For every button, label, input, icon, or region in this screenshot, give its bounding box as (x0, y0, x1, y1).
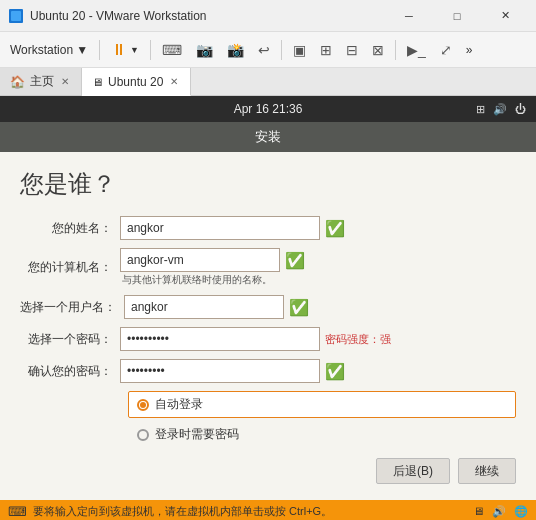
toolbar: Workstation ▼ ⏸ ▼ ⌨ 📷 📸 ↩ ▣ ⊞ ⊟ ⊠ ▶_ ⤢ » (0, 32, 536, 68)
tab-ubuntu-close[interactable]: ✕ (168, 75, 180, 88)
toolbar-separator-2 (150, 40, 151, 60)
name-valid-icon: ✅ (325, 219, 345, 238)
computer-valid-icon: ✅ (285, 251, 305, 270)
label-confirm: 确认您的密码： (20, 363, 120, 380)
computer-input[interactable] (120, 248, 280, 272)
pause-button[interactable]: ⏸ ▼ (105, 36, 145, 64)
volume-icon: 🔊 (493, 103, 507, 116)
ubuntu-tab-icon: 🖥 (92, 76, 103, 88)
confirm-input[interactable] (120, 359, 320, 383)
installer-title: 安装 (255, 128, 281, 146)
status-right: 🖥 🔊 🌐 (473, 505, 528, 518)
toolbar-separator-3 (281, 40, 282, 60)
view2-button[interactable]: ⊞ (314, 36, 338, 64)
username-input[interactable] (124, 295, 284, 319)
installer-header: 安装 (0, 122, 536, 152)
dropdown-small-arrow: ▼ (130, 45, 139, 55)
view4-button[interactable]: ⊠ (366, 36, 390, 64)
home-icon: 🏠 (10, 75, 25, 89)
label-username: 选择一个用户名： (20, 299, 124, 316)
view3-icon: ⊟ (346, 42, 358, 58)
tab-ubuntu-label: Ubuntu 20 (108, 75, 163, 89)
field-password-group: 密码强度：强 (120, 327, 516, 351)
field-username-group: ✅ (124, 295, 516, 319)
form-row-computer: 您的计算机名： ✅ 与其他计算机联络时使用的名称。 (20, 248, 516, 287)
sys-tray-icon-3: 🌐 (514, 505, 528, 518)
view4-icon: ⊠ (372, 42, 384, 58)
buttons-row: 后退(B) 继续 (20, 458, 516, 488)
form-row-confirm: 确认您的密码： ✅ (20, 359, 516, 383)
back-button[interactable]: 后退(B) (376, 458, 450, 484)
radio-autologin-label: 自动登录 (155, 396, 203, 413)
tab-home[interactable]: 🏠 主页 ✕ (0, 68, 82, 95)
svg-rect-1 (11, 11, 21, 21)
field-confirm-group: ✅ (120, 359, 516, 383)
toolbar-separator-1 (99, 40, 100, 60)
title-bar: Ubuntu 20 - VMware Workstation ─ □ ✕ (0, 0, 536, 32)
radio-require-password-label: 登录时需要密码 (155, 426, 239, 443)
confirm-valid-icon: ✅ (325, 362, 345, 381)
pause-icon: ⏸ (111, 41, 127, 59)
snapshot2-button[interactable]: 📸 (221, 36, 250, 64)
ubuntu-topbar: Apr 16 21:36 ⊞ 🔊 ⏻ (0, 96, 536, 122)
console-button[interactable]: ▶_ (401, 36, 432, 64)
network-icon: ⊞ (476, 103, 485, 116)
name-input[interactable] (120, 216, 320, 240)
toolbar-separator-4 (395, 40, 396, 60)
app-icon (8, 8, 24, 24)
more-arrow-icon: » (466, 43, 473, 57)
password-input[interactable] (120, 327, 320, 351)
maximize-button[interactable]: □ (434, 0, 480, 32)
revert-icon: ↩ (258, 42, 270, 58)
send-ctrl-alt-del-button[interactable]: ⌨ (156, 36, 188, 64)
status-keyboard-icon: ⌨ (8, 504, 27, 519)
datetime-label: Apr 16 21:36 (234, 102, 303, 116)
view1-icon: ▣ (293, 42, 306, 58)
radio-require-password-dot (137, 429, 149, 441)
tab-home-close[interactable]: ✕ (59, 75, 71, 88)
input-row-password: 密码强度：强 (120, 327, 516, 351)
dropdown-arrow-icon: ▼ (76, 43, 88, 57)
ubuntu-system-tray: ⊞ 🔊 ⏻ (476, 103, 526, 116)
field-name-group: ✅ (120, 216, 516, 240)
field-computer-group: ✅ 与其他计算机联络时使用的名称。 (120, 248, 516, 287)
sys-tray-icon-2: 🔊 (492, 505, 506, 518)
keyboard-icon: ⌨ (162, 42, 182, 58)
camera-icon: 📷 (196, 42, 213, 58)
status-bar: ⌨ 要将输入定向到该虚拟机，请在虚拟机内部单击或按 Ctrl+G。 🖥 🔊 🌐 (0, 500, 536, 520)
installer-body: 您是谁？ 您的姓名： ✅ 您的计算机名： ✅ 与其他计算机联络时使用的名称。 选… (0, 152, 536, 500)
username-valid-icon: ✅ (289, 298, 309, 317)
snapshot-button[interactable]: 📷 (190, 36, 219, 64)
form-row-name: 您的姓名： ✅ (20, 216, 516, 240)
window-controls: ─ □ ✕ (386, 0, 528, 32)
revert-button[interactable]: ↩ (252, 36, 276, 64)
view3-button[interactable]: ⊟ (340, 36, 364, 64)
tab-bar: 🏠 主页 ✕ 🖥 Ubuntu 20 ✕ (0, 68, 536, 96)
radio-section: 自动登录 登录时需要密码 (128, 391, 516, 448)
snapshot-icon: 📸 (227, 42, 244, 58)
more-button[interactable]: » (460, 36, 479, 64)
status-text: 要将输入定向到该虚拟机，请在虚拟机内部单击或按 Ctrl+G。 (33, 504, 332, 519)
view1-button[interactable]: ▣ (287, 36, 312, 64)
continue-button[interactable]: 继续 (458, 458, 516, 484)
close-button[interactable]: ✕ (482, 0, 528, 32)
page-title: 您是谁？ (20, 168, 516, 200)
workstation-menu[interactable]: Workstation ▼ (4, 36, 94, 64)
input-row-username: ✅ (124, 295, 516, 319)
input-row-name: ✅ (120, 216, 516, 240)
radio-require-password[interactable]: 登录时需要密码 (128, 421, 516, 448)
view2-icon: ⊞ (320, 42, 332, 58)
computer-hint: 与其他计算机联络时使用的名称。 (122, 273, 516, 287)
form-row-username: 选择一个用户名： ✅ (20, 295, 516, 319)
fullscreen-button[interactable]: ⤢ (434, 36, 458, 64)
input-row-computer: ✅ (120, 248, 516, 272)
radio-autologin[interactable]: 自动登录 (128, 391, 516, 418)
tab-home-label: 主页 (30, 73, 54, 90)
input-row-confirm: ✅ (120, 359, 516, 383)
window-title: Ubuntu 20 - VMware Workstation (30, 9, 386, 23)
workstation-label: Workstation (10, 43, 73, 57)
minimize-button[interactable]: ─ (386, 0, 432, 32)
tab-ubuntu[interactable]: 🖥 Ubuntu 20 ✕ (82, 68, 191, 96)
sys-tray-icon-1: 🖥 (473, 505, 484, 517)
console-icon: ▶_ (407, 42, 426, 58)
